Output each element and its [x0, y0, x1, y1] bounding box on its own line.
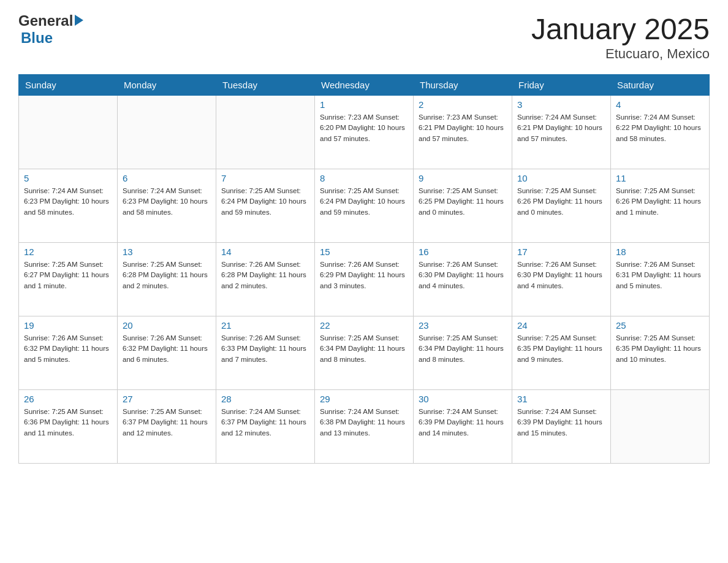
day-info: Sunrise: 7:24 AM Sunset: 6:21 PM Dayligh… [517, 112, 605, 144]
day-info: Sunrise: 7:26 AM Sunset: 6:32 PM Dayligh… [24, 333, 112, 365]
day-info: Sunrise: 7:24 AM Sunset: 6:39 PM Dayligh… [517, 407, 605, 439]
calendar-cell: 10Sunrise: 7:25 AM Sunset: 6:26 PM Dayli… [512, 169, 611, 243]
logo: General Blue [18, 12, 83, 47]
day-number: 25 [616, 320, 704, 331]
day-header-friday: Friday [512, 75, 611, 96]
calendar-cell: 8Sunrise: 7:25 AM Sunset: 6:24 PM Daylig… [315, 169, 414, 243]
calendar-cell: 29Sunrise: 7:24 AM Sunset: 6:38 PM Dayli… [315, 390, 414, 464]
day-info: Sunrise: 7:26 AM Sunset: 6:31 PM Dayligh… [616, 259, 704, 291]
calendar-cell: 12Sunrise: 7:25 AM Sunset: 6:27 PM Dayli… [19, 243, 118, 316]
calendar-cell: 27Sunrise: 7:25 AM Sunset: 6:37 PM Dayli… [118, 390, 216, 464]
calendar-cell: 5Sunrise: 7:24 AM Sunset: 6:23 PM Daylig… [19, 169, 118, 243]
calendar-cell: 4Sunrise: 7:24 AM Sunset: 6:22 PM Daylig… [611, 96, 710, 169]
day-number: 6 [123, 173, 211, 183]
day-number: 18 [616, 247, 704, 257]
day-number: 9 [419, 173, 507, 183]
calendar-cell: 7Sunrise: 7:25 AM Sunset: 6:24 PM Daylig… [216, 169, 315, 243]
day-info: Sunrise: 7:25 AM Sunset: 6:34 PM Dayligh… [320, 333, 408, 365]
calendar-cell: 24Sunrise: 7:25 AM Sunset: 6:35 PM Dayli… [512, 316, 611, 390]
day-number: 23 [419, 320, 507, 331]
day-info: Sunrise: 7:25 AM Sunset: 6:24 PM Dayligh… [221, 186, 309, 218]
calendar-cell: 26Sunrise: 7:25 AM Sunset: 6:36 PM Dayli… [19, 390, 118, 464]
day-number: 2 [419, 99, 507, 110]
day-number: 8 [320, 173, 408, 183]
day-info: Sunrise: 7:25 AM Sunset: 6:35 PM Dayligh… [616, 333, 704, 365]
calendar-cell: 22Sunrise: 7:25 AM Sunset: 6:34 PM Dayli… [315, 316, 414, 390]
day-info: Sunrise: 7:24 AM Sunset: 6:38 PM Dayligh… [320, 407, 408, 439]
day-info: Sunrise: 7:23 AM Sunset: 6:21 PM Dayligh… [419, 112, 507, 144]
calendar-cell: 6Sunrise: 7:24 AM Sunset: 6:23 PM Daylig… [118, 169, 216, 243]
calendar-cell: 21Sunrise: 7:26 AM Sunset: 6:33 PM Dayli… [216, 316, 315, 390]
logo-general: General [18, 12, 73, 29]
calendar-cell: 11Sunrise: 7:25 AM Sunset: 6:26 PM Dayli… [611, 169, 710, 243]
day-number: 16 [419, 247, 507, 257]
day-number: 1 [320, 99, 408, 110]
day-number: 21 [221, 320, 309, 331]
calendar-subtitle: Etucuaro, Mexico [531, 46, 710, 62]
calendar-cell [216, 96, 315, 169]
day-info: Sunrise: 7:25 AM Sunset: 6:27 PM Dayligh… [24, 259, 112, 291]
day-info: Sunrise: 7:24 AM Sunset: 6:39 PM Dayligh… [419, 407, 507, 439]
calendar-week-3: 12Sunrise: 7:25 AM Sunset: 6:27 PM Dayli… [19, 243, 710, 316]
day-number: 7 [221, 173, 309, 183]
calendar-cell: 17Sunrise: 7:26 AM Sunset: 6:30 PM Dayli… [512, 243, 611, 316]
calendar-cell: 31Sunrise: 7:24 AM Sunset: 6:39 PM Dayli… [512, 390, 611, 464]
calendar-cell: 23Sunrise: 7:25 AM Sunset: 6:34 PM Dayli… [414, 316, 512, 390]
day-info: Sunrise: 7:26 AM Sunset: 6:29 PM Dayligh… [320, 259, 408, 291]
day-info: Sunrise: 7:25 AM Sunset: 6:25 PM Dayligh… [419, 186, 507, 218]
day-header-saturday: Saturday [611, 75, 710, 96]
day-number: 12 [24, 247, 112, 257]
calendar-cell: 15Sunrise: 7:26 AM Sunset: 6:29 PM Dayli… [315, 243, 414, 316]
calendar-cell: 20Sunrise: 7:26 AM Sunset: 6:32 PM Dayli… [118, 316, 216, 390]
calendar-cell: 3Sunrise: 7:24 AM Sunset: 6:21 PM Daylig… [512, 96, 611, 169]
day-header-thursday: Thursday [414, 75, 512, 96]
calendar-cell: 14Sunrise: 7:26 AM Sunset: 6:28 PM Dayli… [216, 243, 315, 316]
day-header-wednesday: Wednesday [315, 75, 414, 96]
day-number: 27 [123, 394, 211, 404]
calendar-title: January 2025 [531, 12, 710, 46]
day-number: 29 [320, 394, 408, 404]
day-number: 22 [320, 320, 408, 331]
day-info: Sunrise: 7:26 AM Sunset: 6:28 PM Dayligh… [221, 259, 309, 291]
day-number: 15 [320, 247, 408, 257]
calendar-cell [611, 390, 710, 464]
day-number: 10 [517, 173, 605, 183]
day-number: 4 [616, 99, 704, 110]
day-number: 20 [123, 320, 211, 331]
day-info: Sunrise: 7:24 AM Sunset: 6:37 PM Dayligh… [221, 407, 309, 439]
day-number: 19 [24, 320, 112, 331]
page-header: General Blue January 2025 Etucuaro, Mexi… [18, 12, 710, 62]
calendar-week-5: 26Sunrise: 7:25 AM Sunset: 6:36 PM Dayli… [19, 390, 710, 464]
calendar-table: SundayMondayTuesdayWednesdayThursdayFrid… [18, 74, 710, 464]
day-info: Sunrise: 7:26 AM Sunset: 6:32 PM Dayligh… [123, 333, 211, 365]
day-number: 24 [517, 320, 605, 331]
calendar-cell: 1Sunrise: 7:23 AM Sunset: 6:20 PM Daylig… [315, 96, 414, 169]
calendar-cell [118, 96, 216, 169]
calendar-cell: 28Sunrise: 7:24 AM Sunset: 6:37 PM Dayli… [216, 390, 315, 464]
day-number: 14 [221, 247, 309, 257]
calendar-cell: 9Sunrise: 7:25 AM Sunset: 6:25 PM Daylig… [414, 169, 512, 243]
title-area: January 2025 Etucuaro, Mexico [531, 12, 710, 62]
calendar-cell: 25Sunrise: 7:25 AM Sunset: 6:35 PM Dayli… [611, 316, 710, 390]
calendar-cell: 16Sunrise: 7:26 AM Sunset: 6:30 PM Dayli… [414, 243, 512, 316]
day-header-tuesday: Tuesday [216, 75, 315, 96]
day-number: 11 [616, 173, 704, 183]
day-header-monday: Monday [118, 75, 216, 96]
calendar-week-4: 19Sunrise: 7:26 AM Sunset: 6:32 PM Dayli… [19, 316, 710, 390]
day-info: Sunrise: 7:25 AM Sunset: 6:26 PM Dayligh… [517, 186, 605, 218]
day-info: Sunrise: 7:23 AM Sunset: 6:20 PM Dayligh… [320, 112, 408, 144]
day-number: 5 [24, 173, 112, 183]
day-info: Sunrise: 7:25 AM Sunset: 6:28 PM Dayligh… [123, 259, 211, 291]
calendar-cell: 30Sunrise: 7:24 AM Sunset: 6:39 PM Dayli… [414, 390, 512, 464]
day-info: Sunrise: 7:25 AM Sunset: 6:24 PM Dayligh… [320, 186, 408, 218]
calendar-cell: 13Sunrise: 7:25 AM Sunset: 6:28 PM Dayli… [118, 243, 216, 316]
day-number: 3 [517, 99, 605, 110]
calendar-cell: 18Sunrise: 7:26 AM Sunset: 6:31 PM Dayli… [611, 243, 710, 316]
day-number: 31 [517, 394, 605, 404]
day-info: Sunrise: 7:26 AM Sunset: 6:33 PM Dayligh… [221, 333, 309, 365]
day-info: Sunrise: 7:26 AM Sunset: 6:30 PM Dayligh… [419, 259, 507, 291]
calendar-cell: 2Sunrise: 7:23 AM Sunset: 6:21 PM Daylig… [414, 96, 512, 169]
day-header-sunday: Sunday [19, 75, 118, 96]
calendar-cell: 19Sunrise: 7:26 AM Sunset: 6:32 PM Dayli… [19, 316, 118, 390]
day-number: 30 [419, 394, 507, 404]
